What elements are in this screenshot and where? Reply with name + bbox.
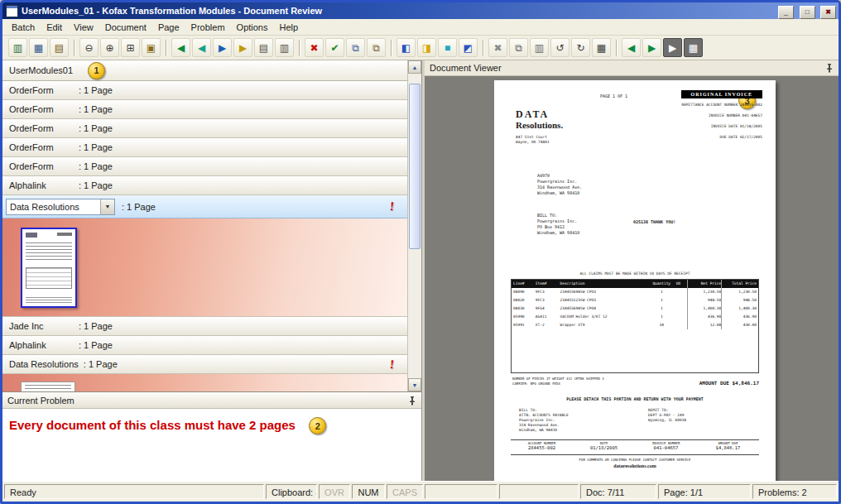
pin-icon[interactable]	[408, 396, 416, 406]
combobox-dropdown-button[interactable]: ▼	[100, 199, 114, 214]
invoice-cell	[675, 305, 687, 313]
copy-document-icon[interactable]: ⧉	[346, 38, 365, 57]
last-document-icon[interactable]: ▶	[233, 38, 252, 57]
next-problem-icon[interactable]: ▶	[642, 38, 661, 57]
page-thumbnail-partial[interactable]	[21, 382, 75, 391]
doc-row-orderform-5[interactable]: OrderForm : 1 Page	[2, 157, 407, 176]
status-num-indicator: NUM	[352, 484, 385, 499]
rotate-left-icon[interactable]: ↺	[550, 38, 569, 57]
viewer-title: Document Viewer	[430, 63, 502, 73]
view-page-icon[interactable]: ▤	[254, 38, 273, 57]
invoice-cell: 9FC3	[534, 288, 559, 296]
merge-document-icon[interactable]: ◨	[417, 38, 436, 57]
invoice-amount-due: AMOUNT DUE $4,846.17	[699, 380, 759, 386]
delete-page-icon[interactable]: ✖	[488, 38, 507, 57]
menu-document[interactable]: Document	[99, 21, 152, 34]
rotate-view-icon[interactable]: ▣	[142, 38, 161, 57]
split-document-icon[interactable]: ◧	[396, 38, 416, 57]
close-button[interactable]: ✖	[820, 6, 836, 19]
batch-name: UserModules01	[9, 65, 73, 75]
invoice-cell: XT-2	[534, 321, 559, 329]
problem-message: Every document of this class must have 2…	[9, 418, 296, 432]
invoice-cell	[675, 313, 687, 321]
delete-document-icon[interactable]: ✖	[305, 38, 324, 57]
titlebar: UserModules_01 - Kofax Transformation Mo…	[2, 2, 839, 19]
doc-row-alphalink-1[interactable]: Alphalink : 1 Page	[2, 176, 407, 195]
invoice-cell: 1	[647, 288, 675, 296]
menu-edit[interactable]: Edit	[41, 21, 68, 34]
doc-label: OrderForm	[9, 104, 79, 114]
invoice-meta-line: REMITTANCE ACCOUNT NUMBER 284455-002	[681, 103, 762, 107]
rotate-right-icon[interactable]: ↻	[571, 38, 590, 57]
previous-problem-icon[interactable]: ◀	[622, 38, 641, 57]
zoom-out-icon[interactable]: ⊖	[79, 38, 99, 57]
new-document-icon[interactable]: ■	[438, 38, 457, 57]
first-document-icon[interactable]: ◀	[171, 38, 190, 57]
doc-list-scrollbar[interactable]: ▲ ▼	[407, 60, 421, 391]
save-batch-icon[interactable]: ▦	[29, 38, 48, 57]
pin-icon[interactable]	[825, 63, 834, 73]
page-properties-icon[interactable]: ▦	[592, 38, 611, 57]
menu-view[interactable]: View	[68, 21, 99, 34]
doc-row-data-resolutions-selected[interactable]: Data Resolutions ▼ : 1 Page !	[2, 195, 407, 218]
invoice-cell: AG411	[534, 313, 559, 321]
menu-help[interactable]: Help	[274, 21, 305, 34]
doc-row-jade-inc[interactable]: Jade Inc : 1 Page	[2, 317, 407, 336]
move-page-icon[interactable]: ▥	[530, 38, 549, 57]
menu-options[interactable]: Options	[231, 21, 274, 34]
confirm-document-icon[interactable]: ✔	[325, 38, 344, 57]
scrollbar-thumb[interactable]	[409, 84, 420, 249]
doc-row-orderform-1[interactable]: OrderForm : 1 Page	[2, 81, 407, 100]
invoice-meta-line: INVOICE DATE 01/18/2005	[711, 124, 762, 128]
document-viewer[interactable]: 3 PAGE 1 OF 1 ORIGINAL INVOICE REMITTANC…	[425, 76, 839, 481]
scroll-down-button[interactable]: ▼	[408, 378, 421, 391]
invoice-remit-to: REMIT TO: DEPT G-PAY - 249 Wyoming, IL 6…	[648, 408, 686, 423]
invoice-page[interactable]: 3 PAGE 1 OF 1 ORIGINAL INVOICE REMITTANC…	[494, 80, 776, 481]
invoice-page-label: PAGE 1 OF 1	[600, 94, 627, 98]
doc-list-header[interactable]: UserModules01 1	[2, 60, 407, 81]
doc-row-alphalink-2[interactable]: Alphalink : 1 Page	[2, 336, 407, 355]
menu-problem[interactable]: Problem	[185, 21, 231, 34]
invoice-cell: 08030	[512, 305, 534, 313]
zoom-in-icon[interactable]: ⊕	[100, 38, 119, 57]
menu-page[interactable]: Page	[152, 21, 185, 34]
copy-page-icon[interactable]: ⧉	[509, 38, 528, 57]
doc-pages: : 1 Page	[122, 202, 156, 212]
menu-batch[interactable]: Batch	[6, 21, 41, 34]
next-document-icon[interactable]: ▶	[213, 38, 232, 57]
class-combobox[interactable]: Data Resolutions ▼	[6, 199, 115, 215]
window-title: UserModules_01 - Kofax Transformation Mo…	[22, 6, 776, 16]
paste-document-icon[interactable]: ⧉	[367, 38, 386, 57]
problem-list-icon[interactable]: ▦	[684, 38, 703, 57]
zoom-fit-icon[interactable]: ⊞	[121, 38, 140, 57]
invoice-header-cell: Total Price	[721, 280, 758, 288]
maximize-button[interactable]: □	[800, 6, 815, 19]
invoice-cell: 1	[647, 305, 675, 313]
status-blank-1	[425, 484, 497, 499]
thumbnail-content	[26, 297, 72, 304]
close-batch-icon[interactable]: ▤	[50, 38, 69, 57]
doc-pages: : 1 Page	[79, 104, 113, 114]
previous-document-icon[interactable]: ◀	[192, 38, 211, 57]
invoice-cell: 12.08	[687, 321, 722, 329]
page-thumbnail-selected[interactable]	[21, 228, 77, 308]
minimize-button[interactable]: _	[778, 6, 794, 19]
invoice-logo: Resolutions.	[516, 120, 563, 130]
doc-pages: : 1 Page	[79, 85, 113, 95]
view-thumbnails-icon[interactable]: ▥	[275, 38, 294, 57]
problem-panel-header: Current Problem	[2, 392, 421, 409]
invoice-cell: VACUUM Holder 3/KT 12	[559, 313, 647, 321]
change-class-icon[interactable]: ◩	[459, 38, 478, 57]
page-thumbnail-area	[2, 218, 407, 317]
doc-row-orderform-4[interactable]: OrderForm : 1 Page	[2, 138, 407, 157]
doc-row-orderform-2[interactable]: OrderForm : 1 Page	[2, 100, 407, 119]
invoice-header-cell: Quantity	[647, 280, 675, 288]
invoice-meta: REMITTANCE ACCOUNT NUMBER 284455-002 INV…	[681, 103, 762, 141]
invoice-table-row: 05991XT-2Wrapper XT93412.08430.00	[512, 321, 758, 329]
goto-problem-icon[interactable]: ▶	[663, 38, 682, 57]
doc-row-orderform-3[interactable]: OrderForm : 1 Page	[2, 119, 407, 138]
scroll-up-button[interactable]: ▲	[408, 60, 421, 74]
doc-row-data-resolutions-2[interactable]: Data Resolutions : 1 Page !	[2, 355, 407, 374]
open-batch-icon[interactable]: ▥	[8, 38, 27, 57]
invoice-cell: 1,230.50	[687, 288, 722, 296]
